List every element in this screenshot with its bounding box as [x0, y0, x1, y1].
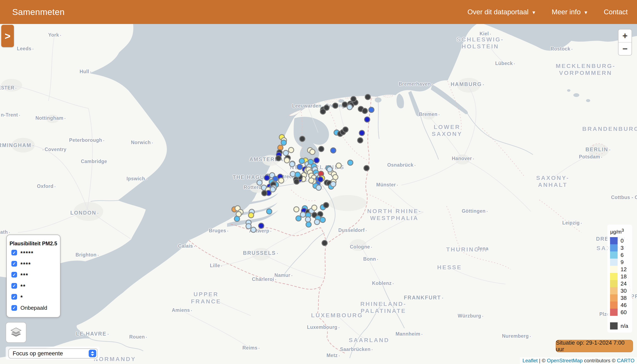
openstreetmap-link[interactable]: OpenStreetMap	[547, 358, 582, 364]
map-label: Cambridge	[81, 159, 107, 164]
sensor-marker[interactable]	[350, 96, 357, 102]
sensor-marker[interactable]	[357, 138, 363, 144]
sensor-marker[interactable]	[248, 212, 254, 218]
sensor-marker[interactable]	[295, 172, 301, 178]
sensor-marker[interactable]	[299, 136, 305, 142]
map-label: Cottbus - Chó	[611, 194, 637, 200]
filter-checkbox-stars-4[interactable]: ✓****	[11, 260, 31, 267]
layers-control-button[interactable]	[6, 322, 26, 343]
nav-item-meer-info[interactable]: Meer info▼	[552, 8, 588, 16]
map-label: UPPER	[193, 291, 219, 298]
filter-checkbox-stars-1[interactable]: ✓*	[11, 294, 23, 300]
sensor-marker[interactable]	[309, 149, 316, 155]
map-label: RMINGHAM▪	[0, 142, 35, 148]
sensor-marker[interactable]	[318, 146, 324, 152]
sensor-marker[interactable]	[294, 179, 300, 185]
sensor-marker[interactable]	[336, 163, 342, 169]
sensor-marker[interactable]	[327, 166, 333, 172]
sensor-marker[interactable]	[330, 148, 336, 154]
sensor-marker[interactable]	[311, 205, 317, 211]
sensor-marker[interactable]	[306, 222, 312, 228]
map-label: HESSE	[437, 264, 462, 271]
sensor-marker[interactable]	[234, 216, 240, 222]
sensor-marker[interactable]	[320, 108, 326, 115]
map-label: LONDON▪	[70, 210, 100, 216]
sensor-marker[interactable]	[278, 178, 284, 184]
sensor-marker[interactable]	[332, 103, 338, 109]
sensor-marker[interactable]	[322, 240, 328, 246]
place-dot-icon: ▪	[97, 212, 99, 214]
filter-checkbox-stars-3[interactable]: ✓***	[11, 272, 29, 278]
checkbox-checked-icon: ✓	[11, 294, 17, 300]
sensor-marker[interactable]	[362, 108, 368, 114]
sidebar-toggle-button[interactable]: >	[1, 25, 14, 47]
sensor-marker[interactable]	[365, 94, 371, 100]
place-dot-icon: ▪	[33, 48, 34, 50]
zoom-in-button[interactable]: +	[618, 30, 631, 42]
filter-checkbox-onbepaald[interactable]: ✓Onbepaald	[11, 305, 47, 311]
map-canvas[interactable]: York▪Leeds▪Hull▪ESTER▪n-Trent▪Nottingham…	[0, 24, 637, 364]
sensor-marker[interactable]	[251, 227, 257, 233]
place-dot-icon: ▪	[530, 335, 531, 338]
filter-checkbox-stars-2[interactable]: ✓**	[11, 282, 26, 289]
sensor-marker[interactable]	[359, 130, 365, 136]
map-label: FRANCE	[191, 298, 221, 305]
map-label: BRUSSELS▪	[243, 250, 280, 256]
sensor-marker[interactable]	[314, 158, 320, 164]
sensor-marker[interactable]	[330, 181, 336, 187]
map-label: Mannheim▪	[396, 331, 423, 337]
plausibility-filter-panel: Plausibiliteit PM2.5 ✓*****✓****✓***✓**✓…	[6, 234, 61, 318]
map-label: BRANDENBURG	[582, 126, 637, 132]
sensor-marker[interactable]	[261, 190, 268, 196]
place-dot-icon: ▪	[98, 254, 99, 257]
sensor-marker[interactable]	[264, 175, 270, 181]
sensor-marker[interactable]	[266, 208, 272, 214]
sensor-marker[interactable]	[276, 155, 282, 162]
place-dot-icon: ▪	[421, 333, 422, 336]
map-label: LE HAVRE▪	[76, 331, 110, 337]
sensor-marker[interactable]	[323, 202, 329, 208]
sensor-marker[interactable]	[308, 178, 315, 184]
nav-item-over-dit-dataportaal[interactable]: Over dit dataportaal▼	[468, 8, 536, 16]
sensor-marker[interactable]	[320, 217, 326, 223]
sensor-marker[interactable]	[316, 185, 322, 191]
place-dot-icon: ▪	[15, 87, 17, 90]
sensor-marker[interactable]	[347, 160, 353, 166]
sensor-marker[interactable]	[296, 216, 302, 222]
sensor-marker[interactable]	[270, 186, 276, 192]
map-label: Rouen▪	[129, 334, 148, 340]
sensor-marker[interactable]	[347, 104, 353, 110]
sensor-marker[interactable]	[314, 219, 320, 225]
legend-swatch	[610, 244, 618, 252]
map-label: Potsdam▪	[579, 154, 603, 160]
leaflet-link[interactable]: Leaflet	[522, 358, 538, 364]
map-label: Kiel▪	[479, 31, 492, 36]
sensor-marker[interactable]	[342, 127, 349, 133]
sensor-marker[interactable]	[364, 165, 370, 171]
filter-panel-title: Plausibiliteit PM2.5	[7, 240, 60, 246]
gemeente-select[interactable]: Focus op gemeente	[9, 348, 98, 358]
nav-item-label: Over dit dataportaal	[468, 8, 529, 16]
map-label: ▪Jena	[474, 246, 488, 252]
map-label: NORMANDY	[94, 356, 136, 362]
sensor-marker[interactable]	[368, 107, 374, 113]
sensor-marker[interactable]	[293, 206, 300, 212]
sensor-marker[interactable]	[299, 158, 305, 164]
filter-checkbox-stars-5[interactable]: ✓*****	[11, 249, 34, 256]
sensor-marker[interactable]	[258, 223, 264, 229]
sensor-marker[interactable]	[289, 161, 295, 167]
place-dot-icon: ▪	[90, 70, 91, 74]
nav-item-contact[interactable]: Contact	[604, 8, 628, 16]
legend-swatch	[610, 294, 618, 302]
sensor-marker[interactable]	[364, 116, 370, 123]
carto-link[interactable]: CARTO	[617, 358, 634, 364]
checkbox-checked-icon: ✓	[11, 250, 17, 256]
legend-entry: 9	[610, 258, 623, 266]
sensor-marker[interactable]	[288, 147, 294, 153]
sensor-marker[interactable]	[284, 158, 290, 164]
zoom-out-button[interactable]: −	[618, 42, 631, 55]
map-label: ANHALT	[538, 182, 567, 188]
map-label: SAARLAND	[349, 337, 389, 344]
sensor-marker[interactable]	[257, 180, 263, 186]
map-label: Göttingen▪	[462, 208, 489, 214]
